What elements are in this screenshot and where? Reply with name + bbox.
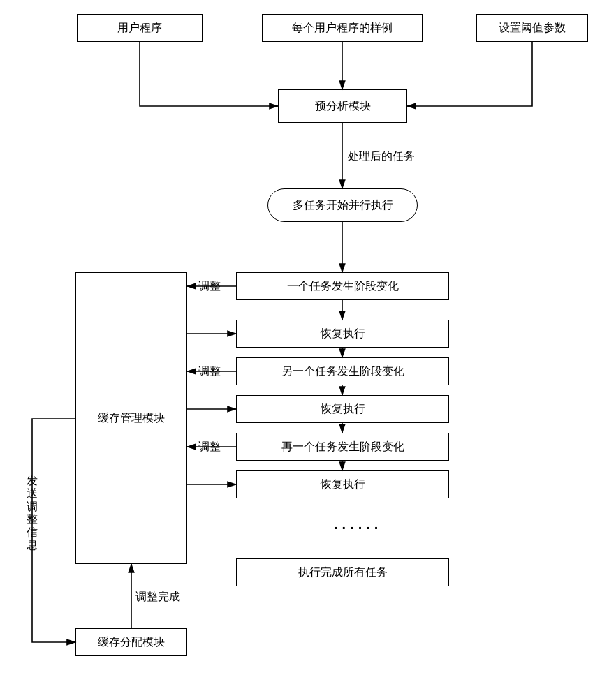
text-pre-analysis: 预分析模块: [315, 99, 371, 114]
node-resume-1: 恢复执行: [236, 320, 449, 348]
node-cache-mgmt: 缓存管理模块: [75, 272, 187, 564]
node-threshold: 设置阈值参数: [476, 14, 588, 42]
node-phase-3: 再一个任务发生阶段变化: [236, 433, 449, 461]
label-adjust-2: 调整: [198, 364, 221, 379]
node-cache-alloc: 缓存分配模块: [75, 628, 187, 656]
node-phase-2: 另一个任务发生阶段变化: [236, 357, 449, 385]
text-samples: 每个用户程序的样例: [292, 21, 393, 36]
node-multitask-start: 多任务开始并行执行: [267, 188, 418, 222]
node-all-done: 执行完成所有任务: [236, 558, 449, 586]
label-adjust-complete: 调整完成: [135, 590, 180, 604]
label-processed-task: 处理后的任务: [348, 149, 415, 164]
text-cache-alloc: 缓存分配模块: [98, 635, 165, 650]
node-samples: 每个用户程序的样例: [262, 14, 423, 42]
node-resume-2: 恢复执行: [236, 395, 449, 423]
text-cache-mgmt: 缓存管理模块: [98, 411, 165, 426]
node-phase-1: 一个任务发生阶段变化: [236, 272, 449, 300]
node-resume-3: 恢复执行: [236, 470, 449, 498]
text-threshold: 设置阈值参数: [499, 21, 566, 36]
node-pre-analysis: 预分析模块: [278, 89, 407, 123]
text-user-program: 用户程序: [117, 21, 162, 36]
label-send-adjust-info: 发送调整信息: [25, 475, 39, 551]
node-user-program: 用户程序: [77, 14, 203, 42]
text-multitask-start: 多任务开始并行执行: [293, 198, 393, 213]
dots: ......: [334, 517, 382, 533]
label-adjust-1: 调整: [198, 279, 221, 294]
label-adjust-3: 调整: [198, 440, 221, 454]
